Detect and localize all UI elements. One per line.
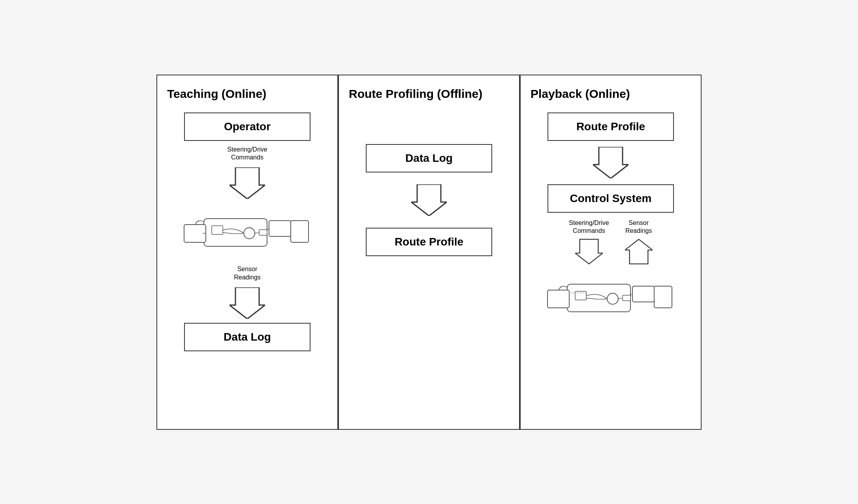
svg-marker-12 bbox=[625, 239, 653, 264]
sensor-readings-label: SensorReadings bbox=[234, 265, 261, 282]
svg-rect-2 bbox=[184, 225, 206, 242]
playback-title: Playback (Online) bbox=[531, 87, 630, 101]
svg-marker-9 bbox=[411, 184, 447, 216]
steering-commands-label-playback: Steering/DriveCommands bbox=[569, 219, 609, 236]
data-log-box-profiling: Data Log bbox=[366, 144, 492, 172]
operator-label: Operator bbox=[224, 120, 271, 133]
svg-rect-4 bbox=[291, 221, 309, 242]
svg-rect-5 bbox=[212, 226, 223, 234]
route-profile-label-profiling: Route Profile bbox=[395, 236, 463, 248]
svg-rect-14 bbox=[548, 290, 569, 308]
control-system-box: Control System bbox=[548, 184, 674, 213]
route-profile-box-profiling: Route Profile bbox=[366, 228, 492, 256]
svg-rect-7 bbox=[259, 230, 267, 235]
data-log-label-teaching: Data Log bbox=[224, 331, 271, 343]
svg-marker-10 bbox=[593, 147, 628, 178]
arrow-down-playback bbox=[593, 147, 628, 178]
data-log-label-profiling: Data Log bbox=[405, 152, 453, 164]
sensor-readings-label-playback: SensorReadings bbox=[625, 219, 652, 236]
svg-point-6 bbox=[244, 228, 255, 239]
playback-arrows-row: Steering/DriveCommands SensorReadings bbox=[569, 217, 652, 267]
svg-point-18 bbox=[607, 293, 618, 304]
diagram-container: Teaching (Online) Operator Steering/Driv… bbox=[141, 59, 717, 446]
svg-marker-8 bbox=[230, 287, 265, 319]
svg-rect-19 bbox=[623, 295, 630, 301]
steering-commands-label: Steering/DriveCommands bbox=[227, 146, 267, 162]
control-system-label: Control System bbox=[570, 192, 652, 204]
route-profiling-title: Route Profiling (Offline) bbox=[349, 87, 482, 101]
arrow-down-2 bbox=[230, 287, 265, 319]
svg-rect-15 bbox=[632, 286, 654, 302]
steering-commands-group: Steering/DriveCommands bbox=[569, 217, 609, 267]
vehicle-sketch-teaching bbox=[180, 207, 314, 258]
sensor-readings-group: SensorReadings bbox=[625, 217, 653, 267]
teaching-title: Teaching (Online) bbox=[167, 87, 266, 101]
svg-rect-16 bbox=[654, 286, 672, 308]
arrow-down-1 bbox=[230, 167, 265, 199]
page: Teaching (Online) Operator Steering/Driv… bbox=[0, 0, 858, 504]
operator-box: Operator bbox=[184, 112, 310, 141]
panel-route-profiling: Route Profiling (Offline) Data Log Route… bbox=[338, 75, 520, 430]
panel-teaching: Teaching (Online) Operator Steering/Driv… bbox=[156, 75, 338, 430]
data-log-box-teaching: Data Log bbox=[184, 323, 310, 351]
route-profile-box-playback: Route Profile bbox=[548, 112, 674, 141]
arrow-down-steering bbox=[575, 239, 603, 264]
route-profile-label-playback: Route Profile bbox=[576, 120, 645, 133]
svg-rect-3 bbox=[269, 221, 291, 236]
panel-playback: Playback (Online) Route Profile Control … bbox=[520, 75, 702, 430]
vehicle-sketch-playback bbox=[544, 272, 678, 324]
arrow-down-profiling bbox=[411, 184, 447, 216]
svg-marker-11 bbox=[575, 239, 603, 264]
svg-rect-17 bbox=[575, 291, 586, 300]
arrow-up-sensor bbox=[625, 239, 653, 264]
svg-marker-0 bbox=[230, 167, 265, 199]
